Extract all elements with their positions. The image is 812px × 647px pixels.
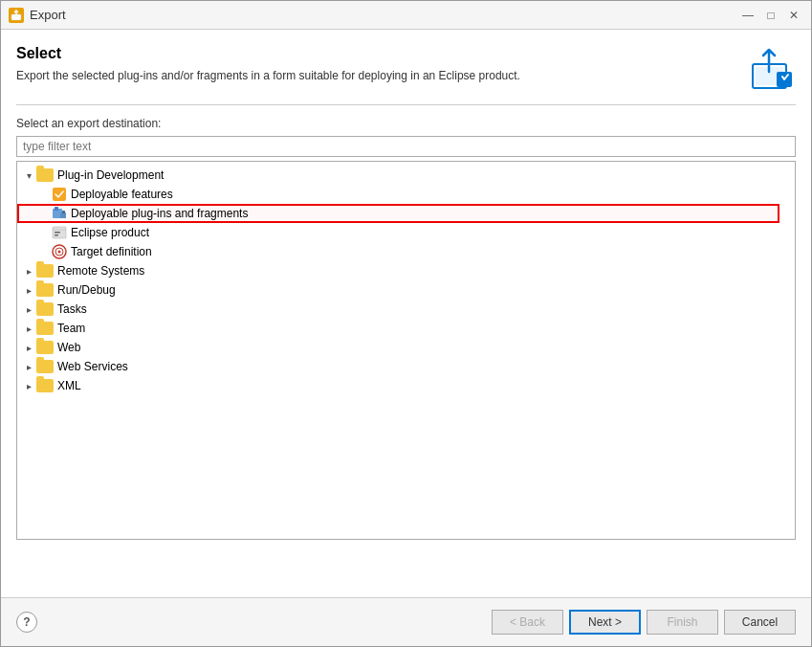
- expand-web-services[interactable]: [21, 359, 36, 374]
- header-title: Select: [16, 45, 748, 62]
- svg-rect-4: [53, 188, 66, 201]
- expand-web[interactable]: [21, 340, 36, 355]
- window-title: Export: [30, 8, 66, 22]
- maximize-button[interactable]: □: [761, 6, 780, 25]
- tree-item-target-definition[interactable]: Target definition: [17, 242, 779, 261]
- folder-icon-web: [36, 341, 54, 354]
- export-window: Export — □ ✕ Select Export the selected …: [0, 0, 812, 647]
- section-label: Select an export destination:: [16, 117, 796, 130]
- help-button[interactable]: ?: [16, 612, 37, 633]
- cancel-button[interactable]: Cancel: [724, 610, 796, 635]
- close-button[interactable]: ✕: [784, 6, 803, 25]
- tree-container[interactable]: Plug-in Development Deployable features: [16, 161, 796, 540]
- app-icon: [9, 8, 24, 23]
- label-run-debug: Run/Debug: [57, 283, 116, 297]
- export-icon: [748, 45, 796, 93]
- plugin-icon: [52, 206, 67, 221]
- empty-area: [16, 540, 796, 597]
- svg-rect-8: [62, 211, 65, 213]
- tree-item-team[interactable]: Team: [17, 319, 779, 338]
- filter-input[interactable]: [16, 136, 796, 157]
- expand-run-debug[interactable]: [21, 282, 36, 298]
- label-web-services: Web Services: [57, 360, 128, 373]
- finish-button[interactable]: Finish: [647, 610, 718, 635]
- tree-item-deployable-features[interactable]: Deployable features: [17, 185, 779, 204]
- header-description: Export the selected plug-ins and/or frag…: [16, 68, 748, 84]
- folder-icon-team: [36, 322, 54, 335]
- tree-item-deployable-plugins[interactable]: Deployable plug-ins and fragments: [17, 204, 779, 223]
- header-text: Select Export the selected plug-ins and/…: [16, 45, 748, 84]
- label-tasks: Tasks: [57, 302, 87, 316]
- tree-item-run-debug[interactable]: Run/Debug: [17, 280, 779, 300]
- svg-point-15: [58, 251, 61, 254]
- titlebar-controls: — □ ✕: [738, 6, 803, 25]
- titlebar: Export — □ ✕: [1, 1, 811, 30]
- label-deployable-plugins: Deployable plug-ins and fragments: [71, 207, 248, 220]
- folder-icon-xml: [36, 379, 54, 392]
- folder-icon-run-debug: [36, 283, 54, 297]
- tree-item-web-services[interactable]: Web Services: [17, 357, 779, 376]
- header-section: Select Export the selected plug-ins and/…: [16, 45, 796, 93]
- eclipse-icon: [52, 225, 67, 240]
- expand-plug-in-development[interactable]: [21, 167, 36, 183]
- features-icon: [52, 187, 67, 202]
- tree-item-web[interactable]: Web: [17, 338, 779, 357]
- minimize-button[interactable]: —: [738, 6, 757, 25]
- tree-item-tasks[interactable]: Tasks: [17, 300, 779, 319]
- back-button[interactable]: < Back: [492, 610, 563, 635]
- target-icon: [52, 244, 67, 259]
- dialog-content: Select Export the selected plug-ins and/…: [1, 30, 811, 597]
- tree-item-xml[interactable]: XML: [17, 376, 779, 395]
- tree-item-plug-in-development[interactable]: Plug-in Development: [17, 166, 779, 185]
- svg-rect-12: [55, 234, 58, 236]
- label-team: Team: [57, 322, 85, 335]
- label-plug-in-development: Plug-in Development: [57, 168, 164, 182]
- tree-item-remote-systems[interactable]: Remote Systems: [17, 261, 779, 280]
- next-button[interactable]: Next >: [569, 610, 641, 635]
- label-deployable-features: Deployable features: [71, 188, 173, 201]
- expand-tasks[interactable]: [21, 301, 36, 317]
- label-remote-systems: Remote Systems: [57, 264, 144, 278]
- label-eclipse-product: Eclipse product: [71, 226, 149, 239]
- expand-xml[interactable]: [21, 378, 36, 393]
- header-divider: [16, 104, 796, 105]
- expand-remote-systems[interactable]: [21, 263, 36, 279]
- svg-rect-6: [55, 207, 58, 211]
- folder-icon-plug-in-development: [36, 168, 54, 182]
- label-xml: XML: [57, 379, 81, 392]
- label-target-definition: Target definition: [71, 245, 152, 258]
- expand-team[interactable]: [21, 321, 36, 336]
- tree-inner: Plug-in Development Deployable features: [17, 162, 795, 399]
- label-web: Web: [57, 341, 80, 354]
- button-bar: ? < Back Next > Finish Cancel: [1, 597, 811, 646]
- tree-item-eclipse-product[interactable]: Eclipse product: [17, 223, 779, 242]
- svg-rect-11: [55, 232, 60, 234]
- folder-icon-web-services: [36, 360, 54, 373]
- folder-icon-tasks: [36, 302, 54, 316]
- titlebar-left: Export: [9, 8, 66, 23]
- folder-icon-remote-systems: [36, 264, 54, 278]
